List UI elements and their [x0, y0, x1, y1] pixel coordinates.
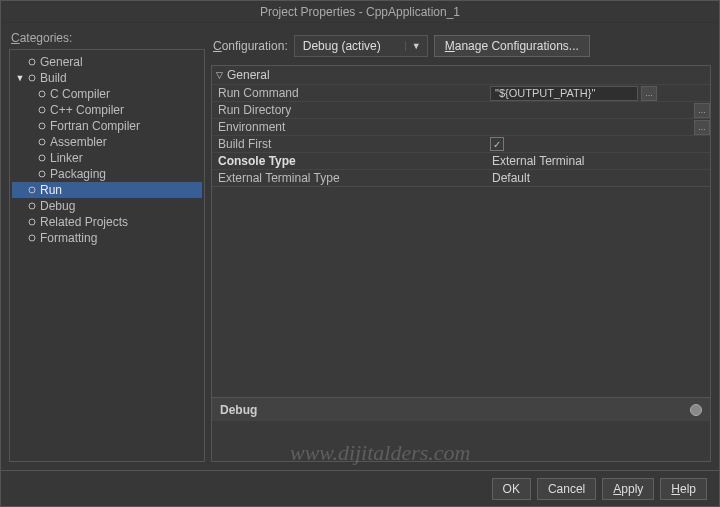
chevron-down-icon: ▼ [405, 41, 427, 51]
bullet-icon [26, 74, 38, 82]
prop-run-command[interactable]: Run Command … [212, 84, 710, 101]
svg-point-9 [29, 203, 35, 209]
help-button[interactable]: Help [660, 478, 707, 500]
bullet-icon [26, 234, 38, 242]
tree-item-packaging[interactable]: Packaging [12, 166, 202, 182]
svg-point-4 [39, 123, 45, 129]
browse-button[interactable]: … [694, 103, 710, 118]
tree-item-cpp-compiler[interactable]: C++ Compiler [12, 102, 202, 118]
debug-section-header[interactable]: Debug [212, 397, 710, 421]
configuration-label: Configuration: [213, 39, 288, 53]
svg-point-5 [39, 139, 45, 145]
svg-point-0 [29, 59, 35, 65]
bullet-icon [36, 138, 48, 146]
tree-item-c-compiler[interactable]: C Compiler [12, 86, 202, 102]
tree-item-related-projects[interactable]: Related Projects [12, 214, 202, 230]
group-header-general[interactable]: ▽General [212, 66, 710, 84]
bullet-icon [26, 58, 38, 66]
bullet-icon [36, 122, 48, 130]
svg-point-6 [39, 155, 45, 161]
tree-item-general[interactable]: General [12, 54, 202, 70]
tree-item-build[interactable]: ▼ Build [12, 70, 202, 86]
bullet-icon [26, 218, 38, 226]
window-title: Project Properties - CppApplication_1 [1, 1, 719, 23]
tree-item-formatting[interactable]: Formatting [12, 230, 202, 246]
svg-point-11 [29, 235, 35, 241]
tree-item-linker[interactable]: Linker [12, 150, 202, 166]
tree-item-fortran-compiler[interactable]: Fortran Compiler [12, 118, 202, 134]
ok-button[interactable]: OK [492, 478, 531, 500]
bullet-icon [26, 186, 38, 194]
browse-button[interactable]: … [641, 86, 657, 101]
build-first-checkbox[interactable]: ✓ [490, 137, 504, 151]
svg-point-7 [39, 171, 45, 177]
bullet-icon [36, 106, 48, 114]
bullet-icon [36, 170, 48, 178]
prop-build-first[interactable]: Build First ✓ [212, 135, 710, 152]
bullet-icon [36, 90, 48, 98]
svg-point-10 [29, 219, 35, 225]
collapse-icon: ▽ [216, 70, 223, 80]
prop-console-type[interactable]: Console Type External Terminal [212, 152, 710, 169]
svg-point-2 [39, 91, 45, 97]
manage-configurations-button[interactable]: Manage Configurations... [434, 35, 590, 57]
radio-icon[interactable] [690, 404, 702, 416]
cancel-button[interactable]: Cancel [537, 478, 596, 500]
tree-item-run[interactable]: Run [12, 182, 202, 198]
prop-run-directory[interactable]: Run Directory … [212, 101, 710, 118]
categories-label: CCategories:ategories: [9, 29, 205, 49]
bullet-icon [26, 202, 38, 210]
properties-grid: ▽General Run Command … Run Directory … E… [211, 65, 711, 462]
bullet-icon [36, 154, 48, 162]
categories-tree[interactable]: General ▼ Build C Compiler C++ Compiler … [9, 49, 205, 462]
tree-item-assembler[interactable]: Assembler [12, 134, 202, 150]
expand-icon[interactable]: ▼ [14, 73, 26, 83]
configuration-combo[interactable]: Debug (active) ▼ [294, 35, 428, 57]
prop-environment[interactable]: Environment … [212, 118, 710, 135]
prop-external-terminal-type[interactable]: External Terminal Type Default [212, 169, 710, 186]
svg-point-8 [29, 187, 35, 193]
browse-button[interactable]: … [694, 120, 710, 135]
svg-point-3 [39, 107, 45, 113]
run-command-input[interactable] [490, 86, 638, 101]
tree-item-debug[interactable]: Debug [12, 198, 202, 214]
apply-button[interactable]: Apply [602, 478, 654, 500]
svg-point-1 [29, 75, 35, 81]
